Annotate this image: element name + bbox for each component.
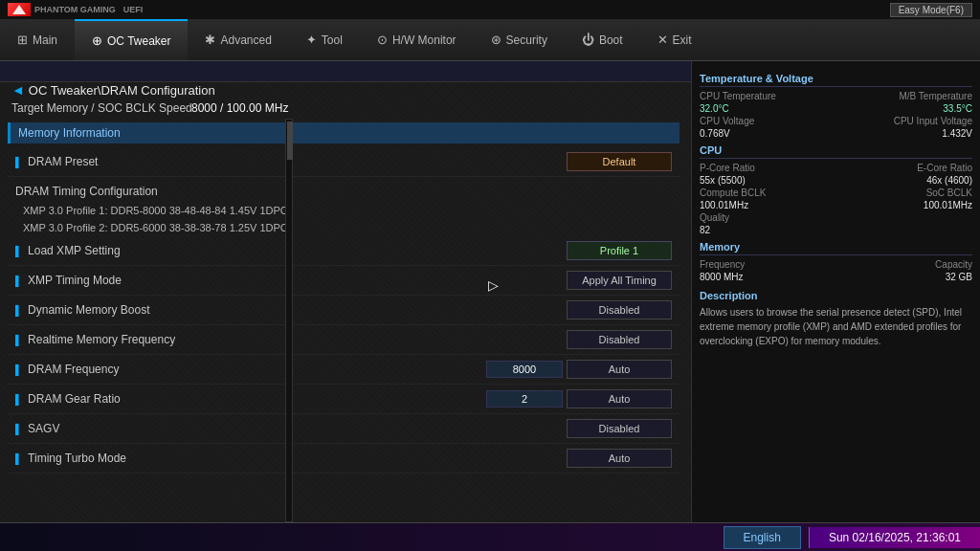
temp-voltage-title: Temperature & Voltage [700, 73, 972, 87]
timing-turbo-label: Timing Turbo Mode [28, 452, 567, 465]
cpu-input-volt-value: 1.432V [942, 128, 972, 139]
ecore-value: 46x (4600) [926, 175, 972, 186]
nav-item-security[interactable]: ⊛ Security [474, 19, 565, 60]
exit-icon: ✕ [657, 33, 668, 47]
hw-icon: ⊙ [377, 33, 388, 47]
dram-gear-button[interactable]: Auto [567, 389, 672, 408]
nav-item-oc-tweaker[interactable]: ⊕ OC Tweaker [75, 19, 188, 60]
scrollbar[interactable] [285, 119, 293, 522]
quality-row: Quality [700, 212, 972, 223]
xmp-profile-2-text: XMP 3.0 Profile 2: DDR5-6000 38-38-38-78… [8, 219, 679, 236]
nav-oc-label: OC Tweaker [107, 34, 170, 48]
xmp-timing-button[interactable]: Apply All Timing [567, 271, 672, 290]
ecore-label: E-Core Ratio [917, 163, 972, 173]
description-text: Allows users to browse the serial presen… [700, 305, 972, 348]
cpu-temp-value: 32.0°C [700, 103, 729, 114]
xmp-profile-1-text: XMP 3.0 Profile 1: DDR5-8000 38-48-48-84… [8, 202, 679, 219]
quality-value-row: 82 [700, 225, 972, 235]
tool-icon: ✦ [306, 33, 317, 47]
dynamic-boost-button[interactable]: Disabled [567, 300, 672, 320]
sagv-button[interactable]: Disabled [567, 419, 672, 438]
boot-icon: ⏻ [582, 33, 594, 47]
realtime-freq-indicator: ▌ [15, 335, 22, 345]
advanced-icon: ✱ [205, 33, 215, 47]
quality-value: 82 [700, 225, 710, 235]
nav-item-advanced[interactable]: ✱ Advanced [188, 19, 288, 60]
easy-mode-button[interactable]: Easy Mode(F6) [890, 3, 972, 17]
realtime-freq-row: ▌ Realtime Memory Frequency Disabled [8, 325, 679, 355]
timing-turbo-button[interactable]: Auto [567, 449, 672, 468]
freq-value: 8000 MHz [700, 272, 744, 282]
back-arrow-icon[interactable]: ◄ [11, 82, 25, 98]
breadcrumb: ◄ OC Tweaker\DRAM Configuration [11, 82, 215, 98]
datetime-display: Sun 02/16/2025, 21:36:01 [809, 527, 980, 548]
nav-item-tool[interactable]: ✦ Tool [289, 19, 360, 60]
right-panel: Temperature & Voltage CPU Temperature M/… [691, 61, 980, 522]
load-xmp-row: ▌ Load XMP Setting Profile 1 [8, 236, 679, 266]
cpu-volt-value: 0.768V [700, 128, 730, 139]
soc-bclk-value: 100.01MHz [924, 200, 972, 210]
memory-info-label: Memory Information [18, 126, 121, 140]
cpu-temp-values: 32.0°C 33.5°C [700, 103, 972, 114]
nav-item-boot[interactable]: ⏻ Boot [565, 19, 640, 60]
dynamic-boost-indicator: ▌ [15, 305, 22, 316]
nav-security-label: Security [506, 33, 547, 47]
dram-freq-label: DRAM Frequency [28, 363, 486, 376]
dram-preset-row: ▌ DRAM Preset Default [8, 147, 679, 177]
nav-hw-label: H/W Monitor [392, 33, 457, 47]
core-ratio-values: 55x (5500) 46x (4600) [700, 175, 972, 186]
dram-freq-indicator: ▌ [15, 364, 22, 375]
dram-freq-value: 8000 [486, 361, 563, 378]
core-ratio-labels: P-Core Ratio E-Core Ratio [700, 163, 972, 173]
pcore-label: P-Core Ratio [700, 163, 755, 173]
memory-stat-values: 8000 MHz 32 GB [700, 272, 972, 282]
cpu-section-title: CPU [700, 144, 972, 159]
breadcrumb-path: OC Tweaker\DRAM Configuration [29, 83, 215, 98]
xmp-timing-row: ▌ XMP Timing Mode Apply All Timing [8, 266, 679, 296]
nav-exit-label: Exit [673, 33, 692, 47]
logo-area: PHANTOM GAMING UEFI [8, 3, 143, 16]
target-memory-value: 8000 / 100.00 MHz [191, 101, 288, 115]
compute-bclk-label: Compute BCLK [700, 187, 766, 198]
capacity-label: Capacity [935, 259, 972, 270]
language-button[interactable]: English [724, 526, 801, 549]
main-icon: ⊞ [17, 33, 28, 47]
xmp-timing-indicator: ▌ [15, 276, 22, 286]
mb-temp-value: 33.5°C [943, 103, 972, 114]
nav-tool-label: Tool [322, 33, 343, 47]
memory-info-header: Memory Information [8, 122, 679, 143]
freq-label: Frequency [700, 259, 745, 270]
top-bar: PHANTOM GAMING UEFI Easy Mode(F6) [0, 0, 980, 19]
load-xmp-button[interactable]: Profile 1 [567, 241, 672, 260]
cpu-temp-row: CPU Temperature M/B Temperature [700, 91, 972, 101]
bclk-values: 100.01MHz 100.01MHz [700, 200, 972, 210]
settings-area: Memory Information ▌ DRAM Preset Default… [0, 119, 687, 522]
xmp-timing-label: XMP Timing Mode [28, 274, 567, 287]
cpu-input-volt-label: CPU Input Voltage [894, 116, 972, 126]
dynamic-boost-label: Dynamic Memory Boost [28, 303, 567, 317]
capacity-value: 32 GB [946, 272, 972, 282]
quality-label: Quality [700, 212, 729, 223]
cpu-volt-labels: CPU Voltage CPU Input Voltage [700, 116, 972, 126]
soc-bclk-label: SoC BCLK [926, 187, 972, 198]
load-xmp-indicator: ▌ [15, 246, 22, 256]
bclk-labels: Compute BCLK SoC BCLK [700, 187, 972, 198]
description-title: Description [700, 290, 972, 301]
phantom-logo-icon [8, 3, 31, 16]
dynamic-boost-row: ▌ Dynamic Memory Boost Disabled [8, 296, 679, 325]
compute-bclk-value: 100.01MHz [700, 200, 748, 210]
timing-turbo-row: ▌ Timing Turbo Mode Auto [8, 444, 679, 474]
dram-gear-value: 2 [486, 390, 563, 408]
nav-advanced-label: Advanced [220, 33, 271, 47]
dram-freq-button[interactable]: Auto [567, 360, 672, 379]
nav-item-hw-monitor[interactable]: ⊙ H/W Monitor [360, 19, 474, 60]
dram-preset-button[interactable]: Default [567, 152, 672, 171]
sagv-indicator: ▌ [15, 424, 22, 434]
dram-gear-label: DRAM Gear Ratio [28, 392, 486, 406]
realtime-freq-button[interactable]: Disabled [567, 330, 672, 349]
timing-turbo-indicator: ▌ [15, 453, 22, 464]
svg-marker-0 [12, 5, 26, 14]
nav-item-exit[interactable]: ✕ Exit [640, 19, 709, 60]
uefi-label: UEFI [123, 5, 144, 14]
nav-item-main[interactable]: ⊞ Main [0, 19, 75, 60]
